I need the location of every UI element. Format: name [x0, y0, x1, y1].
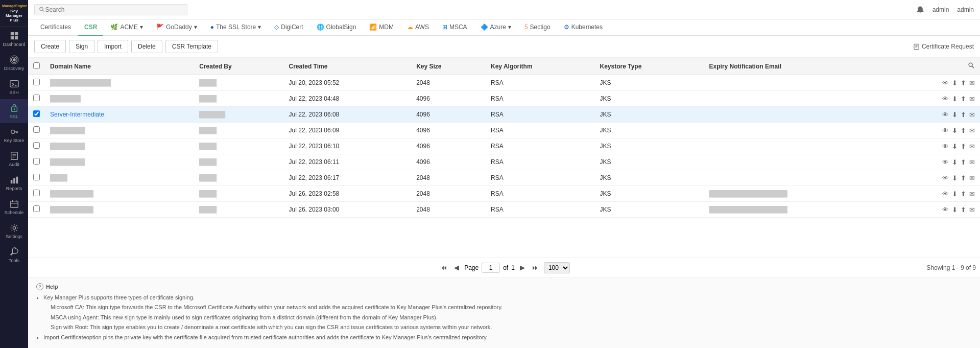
row-domain[interactable]: ██████████ [45, 186, 194, 202]
tab-mdm[interactable]: 📶 MDM [363, 19, 400, 36]
row-checkbox[interactable] [33, 205, 40, 212]
row-domain[interactable]: ████████ [45, 123, 194, 138]
sidebar-item-settings[interactable]: Settings [0, 219, 28, 243]
sidebar-item-audit[interactable]: Audit [0, 147, 28, 171]
download-icon[interactable]: ⬇ [952, 79, 958, 87]
row-domain[interactable]: ████████ [45, 138, 194, 154]
row-checkbox-cell[interactable] [28, 123, 45, 138]
email-icon[interactable]: ✉ [969, 190, 975, 198]
page-input[interactable] [482, 263, 500, 273]
row-checkbox[interactable] [33, 126, 40, 133]
row-checkbox-cell[interactable] [28, 170, 45, 186]
sidebar-item-keystore[interactable]: Key Store [0, 123, 28, 147]
create-button[interactable]: Create [34, 40, 66, 53]
share-icon[interactable]: ⬆ [961, 206, 966, 214]
view-icon[interactable]: 👁 [942, 190, 949, 198]
sign-button[interactable]: Sign [69, 40, 94, 53]
tab-certificates[interactable]: Certificates [34, 19, 77, 36]
download-icon[interactable]: ⬇ [952, 206, 958, 214]
view-icon[interactable]: 👁 [942, 127, 949, 134]
row-checkbox-cell[interactable] [28, 91, 45, 107]
import-button[interactable]: Import [98, 40, 128, 53]
row-domain[interactable]: Server-Intermediate [45, 107, 194, 123]
page-size-select[interactable]: 100 50 25 [544, 262, 570, 273]
tab-msca[interactable]: ⊞ MSCA [436, 19, 473, 36]
email-icon[interactable]: ✉ [969, 206, 975, 214]
email-icon[interactable]: ✉ [969, 127, 975, 134]
row-checkbox-cell[interactable] [28, 202, 45, 218]
tab-csr[interactable]: CSR [78, 19, 103, 36]
row-checkbox[interactable] [33, 110, 40, 117]
select-all-checkbox[interactable] [33, 62, 40, 69]
email-icon[interactable]: ✉ [969, 174, 975, 182]
sidebar-item-reports[interactable]: Reports [0, 171, 28, 195]
share-icon[interactable]: ⬆ [961, 95, 966, 103]
tab-azure[interactable]: 🔷 Azure ▾ [474, 19, 517, 36]
first-page-button[interactable]: ⏮ [438, 263, 449, 272]
row-checkbox[interactable] [33, 95, 40, 101]
row-checkbox-cell[interactable] [28, 107, 45, 123]
share-icon[interactable]: ⬆ [961, 190, 966, 198]
sidebar-item-discovery[interactable]: Discovery [0, 51, 28, 75]
sidebar-item-schedule[interactable]: Schedule [0, 195, 28, 219]
cert-request-link[interactable]: Certificate Request [913, 43, 974, 50]
row-domain[interactable]: ██████████ [45, 202, 194, 218]
tab-acme[interactable]: 🌿 ACME ▾ [104, 19, 149, 36]
delete-button[interactable]: Delete [131, 40, 162, 53]
bell-icon[interactable] [916, 6, 924, 14]
row-checkbox[interactable] [33, 79, 40, 85]
tab-godaddy[interactable]: 🚩 GoDaddy ▾ [150, 19, 203, 36]
share-icon[interactable]: ⬆ [961, 79, 966, 87]
last-page-button[interactable]: ⏭ [530, 263, 541, 272]
sidebar-item-ssh[interactable]: SSH [0, 75, 28, 99]
view-icon[interactable]: 👁 [942, 143, 949, 150]
tab-sectigo[interactable]: 5 Sectigo [518, 19, 557, 36]
row-checkbox-cell[interactable] [28, 154, 45, 170]
view-icon[interactable]: 👁 [942, 79, 949, 87]
download-icon[interactable]: ⬇ [952, 111, 958, 119]
row-checkbox[interactable] [33, 174, 40, 180]
tab-aws[interactable]: ☁ AWS [401, 19, 435, 36]
download-icon[interactable]: ⬇ [952, 127, 958, 134]
row-domain[interactable]: ████████ [45, 154, 194, 170]
next-page-button[interactable]: ▶ [518, 263, 527, 272]
email-icon[interactable]: ✉ [969, 158, 975, 166]
share-icon[interactable]: ⬆ [961, 111, 966, 119]
download-icon[interactable]: ⬇ [952, 143, 958, 150]
sidebar-item-tools[interactable]: Tools [0, 243, 28, 267]
row-domain[interactable]: ███████ [45, 91, 194, 107]
view-icon[interactable]: 👁 [942, 174, 949, 182]
tab-sslstore[interactable]: ● The SSL Store ▾ [204, 19, 268, 36]
share-icon[interactable]: ⬆ [961, 174, 966, 182]
download-icon[interactable]: ⬇ [952, 190, 958, 198]
sidebar-item-dashboard[interactable]: Dashboard [0, 27, 28, 51]
view-icon[interactable]: 👁 [942, 206, 949, 214]
sidebar-item-ssl[interactable]: SSL [0, 99, 28, 123]
email-icon[interactable]: ✉ [969, 95, 975, 103]
row-checkbox[interactable] [33, 142, 40, 149]
email-icon[interactable]: ✉ [969, 143, 975, 150]
email-icon[interactable]: ✉ [969, 79, 975, 87]
row-checkbox-cell[interactable] [28, 75, 45, 91]
download-icon[interactable]: ⬇ [952, 95, 958, 103]
row-checkbox[interactable] [33, 190, 40, 196]
tab-digicert[interactable]: ◇ DigiCert [268, 19, 309, 36]
search-input[interactable] [45, 6, 183, 13]
search-box[interactable] [34, 4, 187, 15]
share-icon[interactable]: ⬆ [961, 127, 966, 134]
col-checkbox[interactable] [28, 58, 45, 75]
download-icon[interactable]: ⬇ [952, 158, 958, 166]
view-icon[interactable]: 👁 [942, 111, 949, 119]
csr-template-button[interactable]: CSR Template [165, 40, 218, 53]
tab-kubernetes[interactable]: ⚙ Kubernetes [558, 19, 609, 36]
email-icon[interactable]: ✉ [969, 111, 975, 119]
tab-globalsign[interactable]: 🌐 GlobalSign [310, 19, 363, 36]
download-icon[interactable]: ⬇ [952, 174, 958, 182]
search-table-icon[interactable] [968, 62, 975, 69]
row-checkbox-cell[interactable] [28, 138, 45, 154]
share-icon[interactable]: ⬆ [961, 143, 966, 150]
row-domain[interactable]: ██████████████ [45, 75, 194, 91]
view-icon[interactable]: 👁 [942, 95, 949, 103]
view-icon[interactable]: 👁 [942, 158, 949, 166]
prev-page-button[interactable]: ◀ [452, 263, 461, 272]
